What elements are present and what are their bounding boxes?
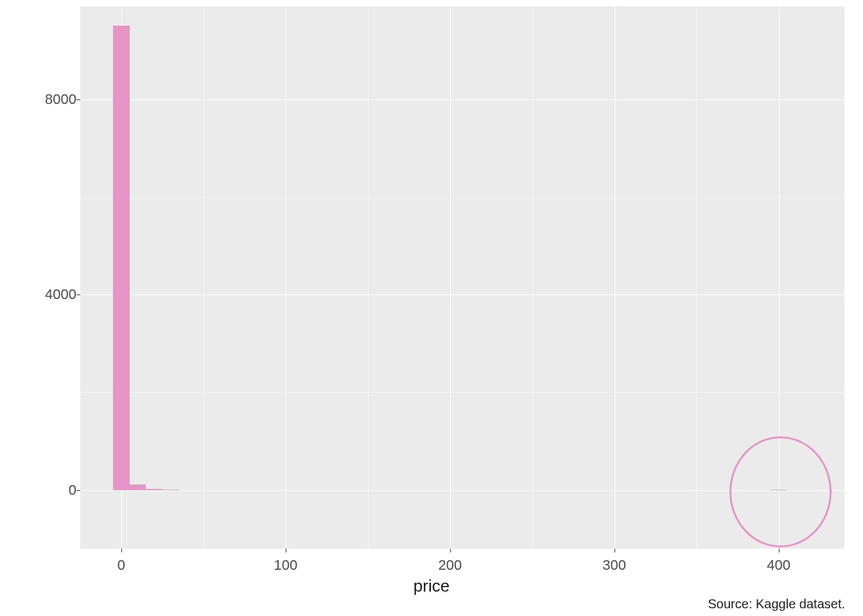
x-tick-label: 0: [118, 557, 125, 574]
gridline-vertical: [450, 6, 451, 549]
histogram-bar: [146, 489, 162, 490]
x-tick-mark: [779, 549, 780, 552]
y-tick-mark: [76, 490, 80, 491]
chart-caption: Source: Kaggle dataset.: [708, 597, 845, 612]
gridline-vertical: [286, 6, 286, 549]
x-tick-label: 200: [438, 557, 462, 574]
histogram-bar: [130, 484, 146, 490]
gridline-horizontal: [80, 99, 844, 100]
histogram-bar: [113, 26, 130, 490]
gridline-horizontal-minor: [80, 392, 844, 393]
gridline-vertical: [615, 6, 615, 549]
x-tick-label: 300: [602, 557, 626, 574]
histogram-chart: 0 4000 8000 0 100 200 300 400 price Sour…: [0, 0, 863, 616]
y-tick-label: 8000: [19, 91, 76, 108]
gridline-horizontal: [80, 295, 844, 295]
histogram-bar: [162, 490, 179, 490]
y-tick-label: 4000: [19, 286, 76, 303]
x-tick-mark: [286, 549, 286, 552]
x-axis-label: price: [0, 576, 863, 596]
gridline-horizontal-minor: [80, 197, 844, 198]
gridline-vertical-minor: [368, 6, 369, 549]
y-tick-mark: [76, 295, 80, 295]
x-tick-label: 400: [767, 557, 790, 574]
y-tick-mark: [76, 99, 80, 100]
gridline-vertical-minor: [697, 6, 697, 549]
plot-panel: [80, 6, 844, 549]
x-tick-mark: [615, 549, 615, 552]
annotation-ellipse: [729, 436, 832, 547]
y-tick-label: 0: [19, 482, 76, 499]
x-tick-label: 100: [274, 557, 298, 574]
gridline-vertical-minor: [532, 6, 533, 549]
x-tick-mark: [450, 549, 451, 552]
gridline-vertical-minor: [204, 6, 204, 549]
x-tick-mark: [121, 549, 122, 552]
